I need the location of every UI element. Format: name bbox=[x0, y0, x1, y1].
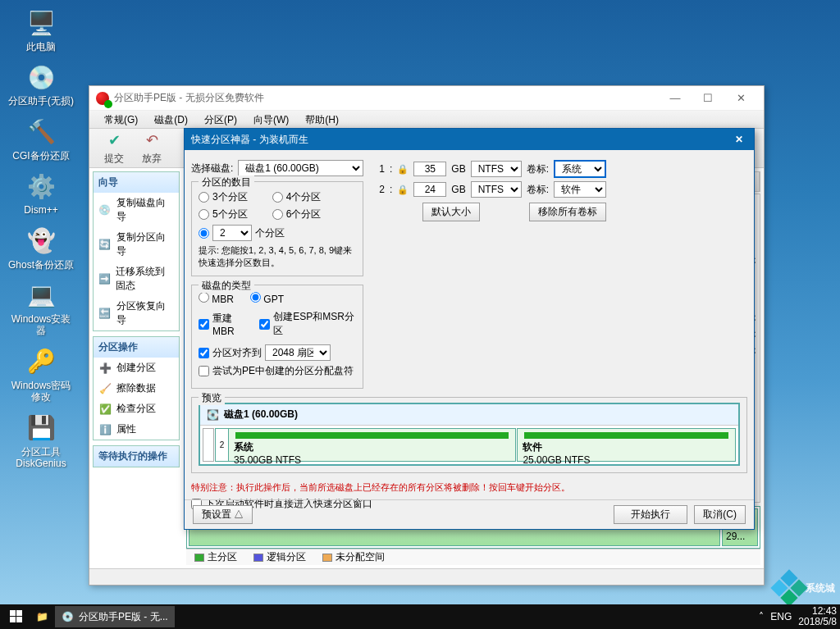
disk-icon: 💾 bbox=[26, 413, 56, 443]
menu-help[interactable]: 帮助(H) bbox=[297, 111, 347, 128]
status-bar bbox=[89, 568, 764, 585]
window-titlebar[interactable]: 分区助手PE版 - 无损分区免费软件 — ☐ ✕ bbox=[89, 86, 764, 111]
menu-partition[interactable]: 分区(P) bbox=[196, 111, 245, 128]
select-disk-dropdown[interactable]: 磁盘1 (60.00GB) bbox=[238, 160, 363, 176]
partition-1-size[interactable] bbox=[413, 162, 446, 176]
disk-copy-icon: 💿 bbox=[98, 203, 112, 217]
preview-partition-2[interactable]: 软件25.00GB NTFS bbox=[517, 428, 736, 462]
system-tray[interactable]: ˄ ENG 12:43 2018/5/8 bbox=[759, 606, 837, 627]
hint-text: 提示: 您能按1, 2, 3, 4, 5, 6, 7, 8, 9键来快速选择分区… bbox=[199, 244, 356, 269]
checkbox-assign-letter[interactable]: 尝试为PE中创建的分区分配盘符 bbox=[199, 364, 356, 378]
radio-3-partitions[interactable]: 3个分区 bbox=[199, 190, 248, 204]
default-size-button[interactable]: 默认大小 bbox=[422, 203, 480, 221]
partition-1-fs[interactable]: NTFS bbox=[471, 161, 522, 177]
radio-gpt[interactable]: GPT bbox=[250, 292, 284, 305]
dialog-close-button[interactable]: ✕ bbox=[731, 134, 747, 145]
wizard-copy-partition[interactable]: 🔄复制分区向导 bbox=[94, 227, 179, 262]
legend-unallocated-icon bbox=[322, 554, 332, 562]
disk-icon: 💽 bbox=[207, 409, 219, 421]
menu-general[interactable]: 常规(G) bbox=[96, 111, 146, 128]
op-properties[interactable]: ℹ️属性 bbox=[94, 419, 179, 440]
lock-icon[interactable]: 🔒 bbox=[397, 185, 409, 195]
partition-2-size[interactable] bbox=[413, 182, 446, 197]
menu-disk[interactable]: 磁盘(D) bbox=[146, 111, 196, 128]
cancel-button[interactable]: 取消(C) bbox=[694, 505, 746, 524]
legend-logical-icon bbox=[253, 554, 263, 562]
app-icon: 💿 bbox=[62, 611, 74, 622]
select-disk-label: 选择磁盘: bbox=[191, 162, 233, 175]
desktop-icon-diskgenius[interactable]: 💾分区工具 DiskGenius bbox=[8, 413, 74, 470]
remove-labels-button[interactable]: 移除所有卷标 bbox=[529, 203, 606, 221]
partition-1-label[interactable]: 系统 bbox=[554, 160, 606, 178]
radio-5-partitions[interactable]: 5个分区 bbox=[199, 207, 248, 221]
minimize-button[interactable]: — bbox=[659, 89, 692, 108]
maximize-button[interactable]: ☐ bbox=[692, 89, 724, 108]
dialog-titlebar[interactable]: 快速分区神器 - 为装机而生 ✕ bbox=[185, 129, 754, 150]
checkbox-align[interactable]: 分区对齐到 bbox=[199, 346, 262, 360]
preset-button[interactable]: 预设置 △ bbox=[193, 505, 253, 524]
wizard-recover-partition[interactable]: 🔙分区恢复向导 bbox=[94, 296, 179, 330]
disk-type-label: 磁盘的类型 bbox=[199, 279, 254, 293]
wizard-copy-disk[interactable]: 💿复制磁盘向导 bbox=[94, 193, 179, 227]
wizard-migrate-os[interactable]: ➡️迁移系统到固态 bbox=[94, 262, 179, 296]
svg-rect-3 bbox=[16, 617, 22, 622]
preview-partition-1[interactable]: 2 系统35.00GB NTFS bbox=[215, 428, 516, 462]
toolbar-apply[interactable]: ✔提交 bbox=[96, 130, 132, 166]
align-value-select[interactable]: 2048 扇区 bbox=[265, 344, 331, 361]
dialog-title: 快速分区神器 - 为装机而生 bbox=[191, 133, 308, 147]
clock[interactable]: 12:43 2018/5/8 bbox=[798, 606, 837, 627]
properties-icon: ℹ️ bbox=[98, 423, 112, 436]
preview-disk: 💽磁盘1 (60.00GB) 2 系统35.00GB NTFS 软件25.00G… bbox=[199, 403, 740, 466]
desktop-icon-dism[interactable]: ⚙️Dism++ bbox=[8, 171, 74, 216]
undo-icon: ↶ bbox=[142, 130, 162, 150]
watermark-icon bbox=[770, 569, 807, 606]
partition-2-fs[interactable]: NTFS bbox=[471, 181, 522, 198]
op-create-partition[interactable]: ➕创建分区 bbox=[94, 358, 179, 378]
start-button[interactable] bbox=[3, 606, 30, 627]
disc-icon: 💿 bbox=[26, 62, 56, 92]
close-button[interactable]: ✕ bbox=[724, 89, 757, 108]
radio-4-partitions[interactable]: 4个分区 bbox=[272, 190, 322, 204]
start-button[interactable]: 开始执行 bbox=[614, 505, 687, 524]
menu-wizard[interactable]: 向导(W) bbox=[245, 111, 297, 128]
windows-icon bbox=[10, 610, 23, 623]
menu-bar: 常规(G) 磁盘(D) 分区(P) 向导(W) 帮助(H) bbox=[89, 111, 764, 129]
checkbox-rebuild-mbr[interactable]: 重建MBR bbox=[199, 310, 249, 338]
svg-rect-2 bbox=[10, 617, 16, 622]
op-wipe-data[interactable]: 🧹擦除数据 bbox=[94, 378, 179, 399]
desktop-icon-cgi-backup[interactable]: 🔨CGI备份还原 bbox=[8, 117, 74, 162]
desktop-icon-this-pc[interactable]: 🖥️此电脑 bbox=[8, 8, 74, 52]
language-indicator[interactable]: ENG bbox=[770, 611, 792, 622]
partition-2-label[interactable]: 软件 bbox=[554, 181, 606, 198]
erase-icon: 🧹 bbox=[98, 382, 112, 395]
check-icon: ✔ bbox=[104, 130, 124, 150]
toolbar-discard[interactable]: ↶放弃 bbox=[134, 130, 170, 166]
desktop-icon-password-reset[interactable]: 🔑Windows密码修改 bbox=[8, 347, 74, 403]
monitor-icon: 🖥️ bbox=[26, 8, 56, 38]
desktop-icon-windows-installer[interactable]: 💻Windows安装器 bbox=[8, 280, 74, 337]
taskbar-app-partition-assistant[interactable]: 💿 分区助手PE版 - 无... bbox=[55, 606, 175, 627]
op-check-partition[interactable]: ✅检查分区 bbox=[94, 399, 179, 419]
lock-icon[interactable]: 🔒 bbox=[397, 164, 409, 175]
legend-primary-icon bbox=[194, 554, 204, 562]
radio-custom-partitions[interactable]: 2 个分区 bbox=[199, 225, 285, 241]
folder-icon: 📁 bbox=[36, 611, 48, 622]
group-title: 等待执行的操作 bbox=[94, 446, 179, 467]
desktop-icon-ghost-backup[interactable]: 👻Ghost备份还原 bbox=[8, 226, 74, 271]
preview-label: 预览 bbox=[199, 391, 225, 405]
taskbar-file-explorer[interactable]: 📁 bbox=[30, 606, 55, 627]
desktop-icon-partition-assistant[interactable]: 💿分区助手(无损) bbox=[8, 62, 74, 107]
chevron-up-icon[interactable]: ˄ bbox=[759, 611, 764, 622]
check-icon: ✅ bbox=[98, 403, 112, 416]
radio-6-partitions[interactable]: 6个分区 bbox=[272, 207, 322, 221]
migrate-icon: ➡️ bbox=[98, 272, 111, 285]
legend: 主分区 逻辑分区 未分配空间 bbox=[186, 549, 760, 565]
custom-count-select[interactable]: 2 bbox=[212, 225, 252, 241]
window-title: 分区助手PE版 - 无损分区免费软件 bbox=[114, 91, 264, 105]
group-partition-ops: 分区操作 ➕创建分区 🧹擦除数据 ✅检查分区 ℹ️属性 bbox=[93, 336, 180, 440]
checkbox-create-esp-msr[interactable]: 创建ESP和MSR分区 bbox=[259, 310, 356, 338]
radio-mbr[interactable]: MBR bbox=[199, 292, 234, 305]
warning-text: 特别注意：执行此操作后，当前所选磁盘上已经存在的所有分区将被删除！按回车键开始分… bbox=[191, 481, 747, 494]
svg-rect-0 bbox=[10, 610, 16, 616]
chevron-icon: △ bbox=[234, 508, 244, 520]
